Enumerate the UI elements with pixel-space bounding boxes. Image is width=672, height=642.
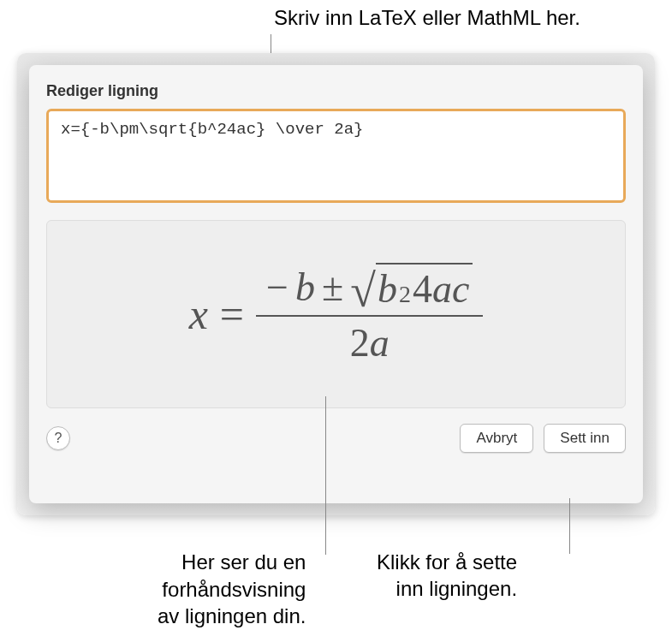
eq-minus: − xyxy=(266,265,288,310)
eq-a: a xyxy=(432,266,452,312)
callout-preview-line3: av ligningen din. xyxy=(158,603,306,629)
insert-button[interactable]: Sett inn xyxy=(544,424,626,453)
equation-input[interactable] xyxy=(46,109,626,203)
eq-sqrt: √ b24ac xyxy=(350,263,473,312)
callout-preview: Her ser du en forhåndsvisning av ligning… xyxy=(158,549,306,629)
help-button[interactable]: ? xyxy=(46,426,70,450)
callout-insert-line1: Klikk for å sette xyxy=(377,549,517,575)
equation-dialog: Rediger ligning x = −b ± √ b24ac xyxy=(29,65,643,503)
eq-fraction: −b ± √ b24ac 2a xyxy=(256,263,483,366)
eq-two: 2 xyxy=(350,321,370,365)
rendered-equation: x = −b ± √ b24ac 2a xyxy=(189,263,484,366)
callout-line-insert xyxy=(569,498,570,554)
callout-preview-line1: Her ser du en xyxy=(158,549,306,575)
eq-denominator: 2a xyxy=(350,317,390,366)
dialog-wrapper: Rediger ligning x = −b ± √ b24ac xyxy=(17,53,655,515)
radical-icon: √ xyxy=(350,268,376,317)
dialog-footer: ? Avbryt Sett inn xyxy=(46,424,626,453)
callout-line-preview xyxy=(325,396,326,555)
equation-preview: x = −b ± √ b24ac 2a xyxy=(46,220,626,408)
preview-pointer xyxy=(330,264,343,270)
eq-variable-x: x xyxy=(189,289,208,339)
callout-preview-line2: forhåndsvisning xyxy=(158,576,306,603)
eq-equals: = xyxy=(220,289,244,339)
eq-numerator: −b ± √ b24ac xyxy=(256,263,483,317)
callout-insert-line2: inn ligningen. xyxy=(377,575,517,602)
eq-four: 4 xyxy=(413,266,432,312)
button-group: Avbryt Sett inn xyxy=(460,424,626,453)
cancel-button[interactable]: Avbryt xyxy=(460,424,533,453)
eq-b2: b xyxy=(378,266,397,312)
callout-input: Skriv inn LaTeX eller MathML her. xyxy=(274,4,580,31)
eq-a-denom: a xyxy=(370,321,390,365)
dialog-title: Rediger ligning xyxy=(46,82,626,100)
callout-insert: Klikk for å sette inn ligningen. xyxy=(377,549,517,602)
eq-sup2: 2 xyxy=(399,281,411,308)
eq-radicand: b24ac xyxy=(376,263,473,312)
eq-plusminus: ± xyxy=(322,265,343,310)
eq-c: c xyxy=(452,266,469,312)
eq-b: b xyxy=(295,265,315,310)
